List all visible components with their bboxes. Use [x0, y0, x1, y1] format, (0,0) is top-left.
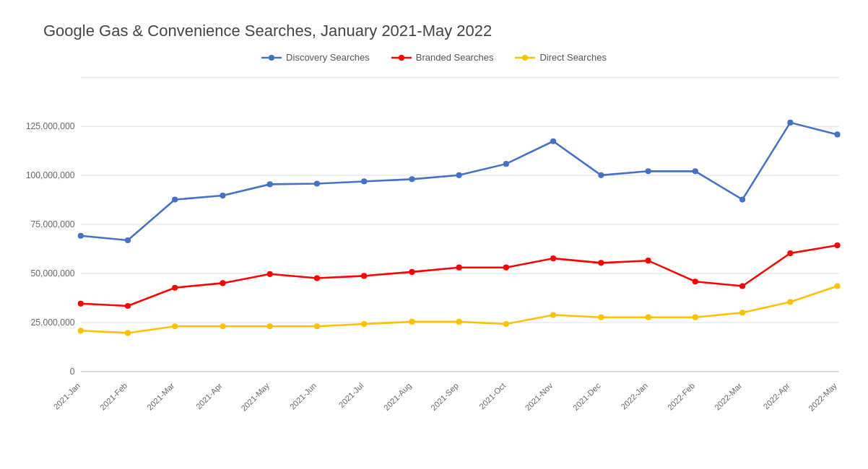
- svg-point-76: [361, 321, 367, 327]
- direct-line: [81, 286, 838, 333]
- svg-text:75,000,000: 75,000,000: [30, 219, 74, 229]
- legend-label-direct: Direct Searches: [539, 52, 606, 63]
- svg-point-81: [598, 315, 604, 320]
- svg-point-3: [399, 55, 404, 61]
- legend-item-direct: Direct Searches: [515, 52, 606, 63]
- svg-point-63: [550, 255, 556, 261]
- svg-text:2021-Jul: 2021-Jul: [337, 381, 365, 409]
- svg-text:2021-Oct: 2021-Oct: [477, 381, 508, 411]
- svg-point-77: [409, 319, 415, 325]
- svg-point-5: [522, 55, 528, 61]
- discovery-line: [81, 123, 838, 240]
- svg-point-84: [739, 310, 745, 315]
- svg-point-60: [409, 269, 415, 275]
- svg-point-74: [267, 323, 273, 329]
- svg-text:2021-Feb: 2021-Feb: [98, 381, 129, 411]
- chart-container: Google Gas & Convenience Searches, Janua…: [0, 0, 868, 469]
- svg-point-86: [834, 283, 840, 289]
- legend-label-branded: Branded Searches: [416, 52, 494, 63]
- svg-point-42: [361, 178, 367, 184]
- svg-text:25,000,000: 25,000,000: [30, 317, 74, 328]
- svg-point-59: [361, 273, 367, 279]
- svg-point-73: [220, 323, 225, 329]
- svg-point-40: [267, 181, 273, 187]
- svg-point-62: [503, 265, 509, 271]
- svg-point-85: [787, 299, 793, 304]
- svg-text:2022-Feb: 2022-Feb: [666, 381, 696, 411]
- svg-point-68: [787, 250, 793, 256]
- svg-point-83: [693, 315, 698, 320]
- svg-point-36: [78, 233, 84, 239]
- svg-point-61: [456, 265, 462, 271]
- svg-point-70: [78, 328, 84, 333]
- svg-point-66: [693, 279, 698, 284]
- legend-line-discovery: [261, 53, 282, 62]
- svg-point-80: [550, 312, 556, 317]
- chart-legend: Discovery Searches Branded Searches Dire…: [14, 52, 854, 63]
- svg-point-44: [456, 172, 462, 178]
- svg-text:125,000,000: 125,000,000: [26, 121, 75, 131]
- legend-item-branded: Branded Searches: [391, 52, 494, 63]
- svg-point-45: [503, 161, 509, 167]
- svg-point-39: [220, 193, 225, 198]
- svg-point-72: [172, 323, 178, 329]
- legend-label-discovery: Discovery Searches: [286, 52, 370, 63]
- svg-point-50: [739, 197, 745, 203]
- svg-text:2021-Jun: 2021-Jun: [288, 381, 318, 411]
- svg-point-52: [834, 131, 840, 137]
- svg-point-78: [456, 319, 462, 325]
- svg-point-69: [834, 242, 840, 248]
- svg-point-64: [598, 260, 604, 266]
- svg-text:2022-Apr: 2022-Apr: [762, 381, 791, 411]
- svg-point-47: [598, 172, 604, 178]
- svg-point-65: [646, 258, 651, 263]
- branded-line: [81, 245, 838, 306]
- chart-svg: 0 25,000,000 50,000,000 75,000,000 100,0…: [14, 70, 854, 423]
- svg-point-82: [646, 315, 651, 320]
- svg-point-1: [269, 55, 274, 61]
- svg-text:100,000,000: 100,000,000: [26, 170, 75, 180]
- svg-text:2021-Aug: 2021-Aug: [382, 381, 413, 412]
- legend-item-discovery: Discovery Searches: [261, 52, 370, 63]
- legend-line-direct: [515, 53, 535, 62]
- svg-text:2021-Sep: 2021-Sep: [429, 381, 460, 412]
- svg-point-71: [125, 330, 131, 336]
- svg-text:2021-Mar: 2021-Mar: [145, 381, 176, 412]
- svg-point-37: [125, 237, 131, 243]
- svg-text:2022-Mar: 2022-Mar: [713, 381, 744, 412]
- svg-text:2021-Jan: 2021-Jan: [52, 381, 82, 411]
- svg-point-38: [172, 197, 178, 203]
- svg-text:2021-May: 2021-May: [239, 381, 271, 413]
- svg-text:2021-Dec: 2021-Dec: [571, 381, 602, 412]
- svg-text:2022-Jan: 2022-Jan: [620, 381, 650, 411]
- svg-text:2022-May: 2022-May: [807, 381, 838, 413]
- svg-point-55: [172, 285, 178, 291]
- svg-text:2021-Apr: 2021-Apr: [194, 381, 224, 411]
- svg-point-43: [409, 176, 415, 182]
- svg-point-51: [787, 120, 793, 126]
- svg-point-57: [267, 271, 273, 277]
- svg-point-58: [314, 275, 320, 281]
- legend-line-branded: [391, 53, 412, 62]
- svg-point-53: [78, 301, 84, 307]
- svg-point-41: [314, 180, 320, 186]
- svg-point-75: [314, 323, 320, 329]
- svg-point-56: [220, 280, 225, 286]
- svg-point-46: [550, 139, 556, 144]
- branded-dots: [78, 242, 841, 309]
- svg-text:2021-Nov: 2021-Nov: [524, 381, 555, 412]
- svg-point-48: [646, 168, 651, 174]
- chart-title: Google Gas & Convenience Searches, Janua…: [14, 22, 854, 40]
- svg-point-67: [739, 283, 745, 289]
- svg-text:50,000,000: 50,000,000: [30, 268, 74, 279]
- direct-dots: [78, 283, 841, 336]
- svg-point-79: [503, 321, 509, 327]
- svg-text:0: 0: [70, 367, 75, 377]
- svg-point-54: [125, 303, 131, 309]
- svg-point-49: [693, 168, 698, 174]
